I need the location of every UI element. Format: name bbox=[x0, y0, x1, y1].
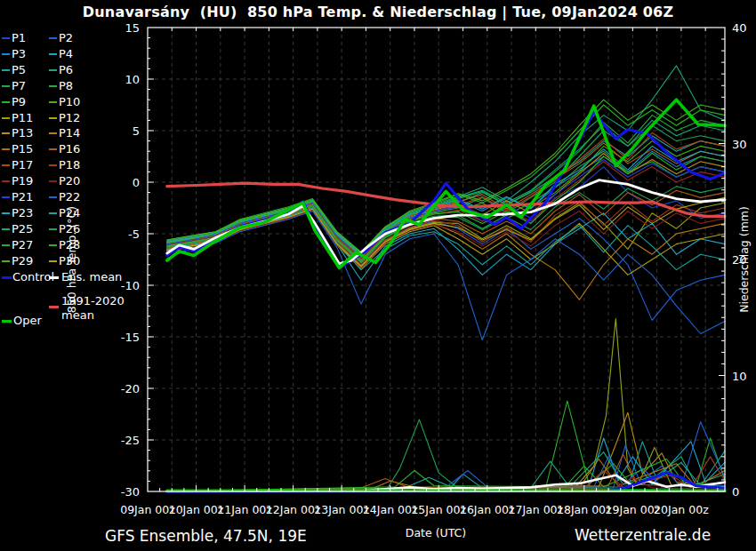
y-left-tick-label: 5 bbox=[104, 124, 140, 138]
footer-site-name: Wetterzentrale.de bbox=[575, 526, 711, 544]
x-tick-label: 17Jan 00z bbox=[508, 503, 563, 516]
x-tick-label: 12Jan 00z bbox=[266, 503, 321, 516]
y-right-tick-label: 40 bbox=[732, 21, 747, 35]
y-right-tick-label: 20 bbox=[732, 253, 747, 267]
x-tick-label: 15Jan 00z bbox=[411, 503, 466, 516]
footer-model-info: GFS Ensemble, 47.5N, 19E bbox=[105, 527, 307, 545]
x-tick-label: 20Jan 00z bbox=[654, 503, 709, 516]
plot-frame bbox=[148, 28, 725, 491]
y-left-tick-label: 15 bbox=[104, 21, 140, 35]
x-tick-label: 10Jan 00z bbox=[169, 503, 224, 516]
series-P14-precip bbox=[167, 459, 725, 492]
y-left-tick-label: -25 bbox=[104, 434, 140, 447]
series-P1 bbox=[167, 167, 725, 257]
x-tick-label: 11Jan 00z bbox=[217, 503, 272, 516]
x-tick-label: 13Jan 00z bbox=[314, 503, 369, 516]
x-tick-label: 14Jan 00z bbox=[363, 503, 418, 516]
y-left-tick-label: 0 bbox=[104, 176, 140, 189]
x-tick-label: 09Jan 00z bbox=[120, 503, 175, 516]
x-tick-label: 16Jan 00z bbox=[460, 503, 515, 516]
y-left-tick-label: -20 bbox=[104, 382, 140, 395]
y-left-tick-label: -15 bbox=[104, 331, 140, 344]
series-P19 bbox=[167, 162, 725, 260]
y-right-tick-label: 10 bbox=[732, 369, 747, 382]
y-left-tick-label: -5 bbox=[104, 228, 140, 241]
y-right-tick-label: 30 bbox=[732, 137, 747, 150]
y-left-tick-label: -30 bbox=[104, 485, 140, 499]
x-tick-label: 19Jan 00z bbox=[606, 503, 661, 516]
series-P21 bbox=[167, 160, 725, 258]
x-axis-title: Date (UTC) bbox=[406, 526, 466, 539]
y-right-tick-label: 0 bbox=[732, 485, 739, 499]
series-P11-precip bbox=[167, 319, 725, 491]
gfs-ensemble-meteogram: Dunavarsány (HU) 850 hPa Temp. & Nieders… bbox=[0, 0, 756, 551]
y-left-tick-label: -10 bbox=[104, 279, 140, 292]
x-tick-label: 18Jan 00z bbox=[557, 503, 612, 516]
y-left-tick-label: 10 bbox=[104, 73, 140, 86]
y-axis-left-title: 850 hPa Temp. (°C) bbox=[65, 206, 78, 313]
